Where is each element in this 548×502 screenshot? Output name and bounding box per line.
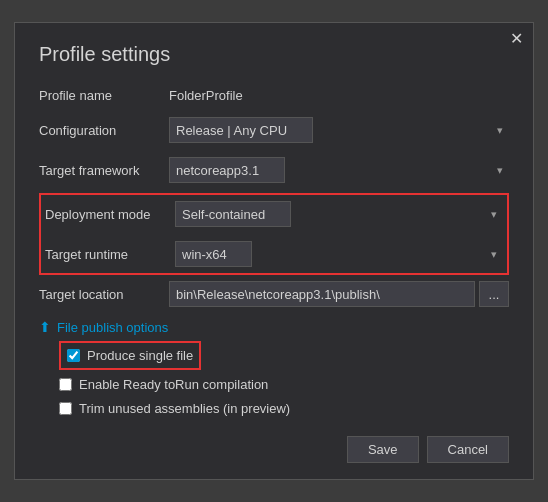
cancel-button[interactable]: Cancel [427,436,509,463]
target-framework-label: Target framework [39,163,169,178]
ready-torun-row: Enable Ready toRun compilation [59,375,509,394]
deployment-mode-select[interactable]: Self-contained [175,201,291,227]
target-framework-select[interactable]: netcoreapp3.1 [169,157,285,183]
profile-settings-dialog: ✕ Profile settings Profile name FolderPr… [14,22,534,480]
deployment-highlighted-section: Deployment mode Self-contained Target ru… [39,193,509,275]
dialog-footer: Save Cancel [39,436,509,463]
target-runtime-select-wrapper: win-x64 [175,241,503,267]
configuration-select-wrapper: Release | Any CPU [169,117,509,143]
target-location-row: Target location ... [39,277,509,311]
target-location-label: Target location [39,287,169,302]
deployment-mode-row: Deployment mode Self-contained [45,197,503,231]
target-runtime-label: Target runtime [45,247,175,262]
profile-name-value: FolderProfile [169,88,509,103]
dialog-title: Profile settings [39,43,509,66]
target-runtime-select[interactable]: win-x64 [175,241,252,267]
produce-single-file-checkbox[interactable] [67,349,80,362]
close-button[interactable]: ✕ [510,31,523,47]
profile-name-row: Profile name FolderProfile [39,84,509,107]
configuration-select[interactable]: Release | Any CPU [169,117,313,143]
ready-torun-label: Enable Ready toRun compilation [79,377,268,392]
profile-name-label: Profile name [39,88,169,103]
produce-single-file-label: Produce single file [87,348,193,363]
file-publish-section-header[interactable]: ⬆ File publish options [39,319,509,335]
target-runtime-row: Target runtime win-x64 [45,237,503,271]
target-location-input[interactable] [169,281,475,307]
deployment-mode-label: Deployment mode [45,207,175,222]
target-framework-row: Target framework netcoreapp3.1 [39,153,509,187]
expand-icon: ⬆ [39,319,51,335]
produce-single-file-wrapper: Produce single file [59,341,509,370]
ready-torun-checkbox[interactable] [59,378,72,391]
configuration-label: Configuration [39,123,169,138]
trim-assemblies-label: Trim unused assemblies (in preview) [79,401,290,416]
deployment-mode-select-wrapper: Self-contained [175,201,503,227]
file-publish-options: Produce single file Enable Ready toRun c… [59,341,509,418]
produce-single-file-highlight: Produce single file [59,341,201,370]
target-framework-select-wrapper: netcoreapp3.1 [169,157,509,183]
configuration-row: Configuration Release | Any CPU [39,113,509,147]
save-button[interactable]: Save [347,436,419,463]
produce-single-file-row: Produce single file [67,346,193,365]
file-publish-label: File publish options [57,320,168,335]
browse-button[interactable]: ... [479,281,509,307]
trim-assemblies-checkbox[interactable] [59,402,72,415]
trim-assemblies-row: Trim unused assemblies (in preview) [59,399,509,418]
